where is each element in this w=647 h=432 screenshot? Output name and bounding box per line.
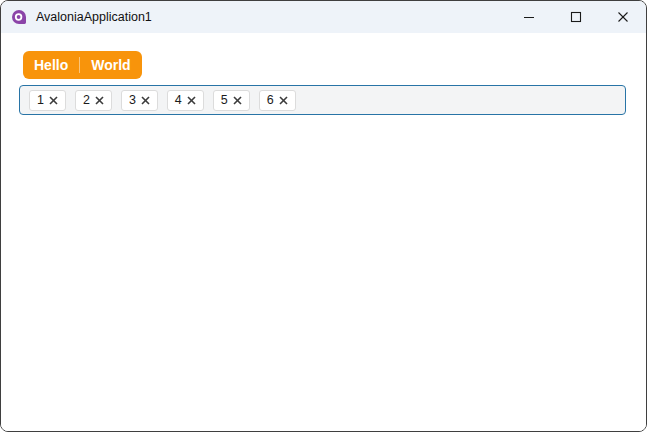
window-title: AvaloniaApplication1 <box>36 10 152 24</box>
chip-remove-button[interactable] <box>141 96 150 105</box>
tag-input-field[interactable]: 1 2 3 4 5 6 <box>19 85 626 115</box>
maximize-button[interactable] <box>552 1 599 33</box>
tag-chip: 6 <box>259 90 296 111</box>
tag-chip-label: 3 <box>129 93 136 107</box>
chip-remove-icon <box>95 96 104 105</box>
tag-chip: 3 <box>121 90 158 111</box>
tag-chip-label: 1 <box>37 93 44 107</box>
app-window: AvaloniaApplication1 Hello Wo <box>0 0 647 432</box>
avalonia-logo-icon <box>11 9 27 25</box>
window-controls <box>505 1 646 33</box>
chip-remove-icon <box>233 96 242 105</box>
chip-remove-button[interactable] <box>95 96 104 105</box>
chip-remove-icon <box>141 96 150 105</box>
chip-remove-button[interactable] <box>279 96 288 105</box>
tag-chip-label: 2 <box>83 93 90 107</box>
close-button[interactable] <box>599 1 646 33</box>
tag-chip-label: 5 <box>221 93 228 107</box>
tag-chip: 4 <box>167 90 204 111</box>
close-icon <box>617 11 629 23</box>
chip-remove-button[interactable] <box>49 96 58 105</box>
tab-strip: Hello World <box>23 51 142 79</box>
chip-remove-icon <box>279 96 288 105</box>
tag-chip-label: 4 <box>175 93 182 107</box>
maximize-icon <box>570 11 582 23</box>
minimize-icon <box>523 11 535 23</box>
tag-chip: 1 <box>29 90 66 111</box>
minimize-button[interactable] <box>505 1 552 33</box>
chip-remove-button[interactable] <box>187 96 196 105</box>
tag-chip: 5 <box>213 90 250 111</box>
tag-chip-label: 6 <box>267 93 274 107</box>
tag-chip: 2 <box>75 90 112 111</box>
chip-remove-icon <box>187 96 196 105</box>
chip-remove-button[interactable] <box>233 96 242 105</box>
chip-remove-icon <box>49 96 58 105</box>
window-content: Hello World 1 2 3 4 5 <box>1 33 646 432</box>
titlebar: AvaloniaApplication1 <box>1 1 646 33</box>
tab-world[interactable]: World <box>80 51 141 79</box>
tab-hello[interactable]: Hello <box>23 51 79 79</box>
